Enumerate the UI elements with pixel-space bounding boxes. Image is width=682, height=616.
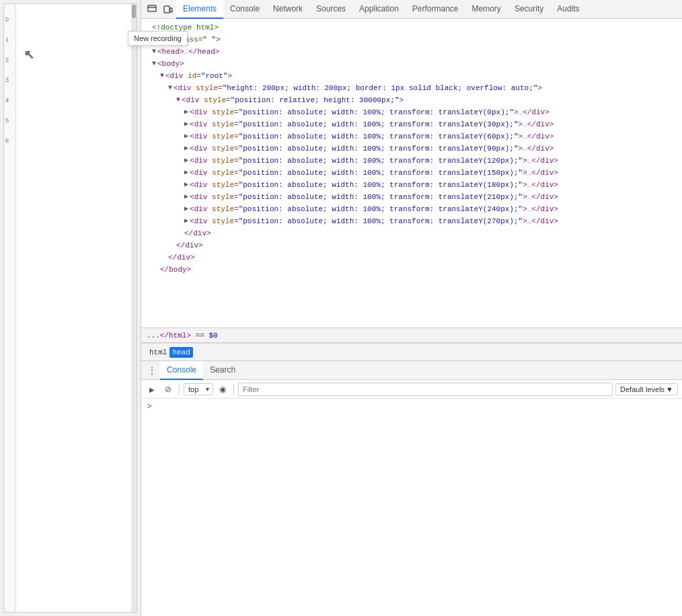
tree-node-content: <div style="position: absolute; width: 1… [190, 155, 558, 167]
tab-audits[interactable]: Audits [550, 0, 586, 19]
console-eye-button[interactable] [216, 383, 229, 396]
context-select-wrap: top ▼ [184, 383, 213, 395]
tree-line[interactable]: <div style="position: absolute; width: 1… [141, 155, 682, 167]
tree-node-content: <div style="position: absolute; width: 1… [190, 179, 558, 191]
tree-line[interactable]: <div style="position: absolute; width: 1… [141, 215, 682, 227]
tree-line[interactable]: <div style="position: absolute; width: 1… [141, 130, 682, 143]
tree-line[interactable]: <div style="position: absolute; width: 1… [141, 118, 682, 130]
tree-line[interactable]: <div id="root"> [141, 70, 682, 82]
tree-line[interactable]: <div style="position: absolute; width: 1… [141, 167, 682, 179]
console-clear-button[interactable] [161, 383, 175, 396]
tree-arrow-icon[interactable] [184, 215, 188, 227]
breadcrumb-html[interactable]: html [147, 347, 169, 358]
browser-viewport: 0 1 2 3 4 5 6 New recording ↖ [0, 0, 141, 616]
bottom-tab-console[interactable]: Console [160, 361, 203, 380]
tree-arrow-icon[interactable] [184, 130, 188, 143]
tree-node-content: <div style="position: absolute; width: 1… [190, 130, 554, 143]
breadcrumb: html head [141, 343, 682, 360]
tree-arrow-icon[interactable] [184, 118, 188, 130]
ruler-mark-4: 4 [4, 85, 15, 105]
tree-line[interactable]: </div> [141, 227, 682, 239]
tree-line[interactable]: <body> [141, 58, 682, 70]
tree-arrow-icon[interactable] [152, 46, 156, 58]
tree-arrow-icon[interactable] [152, 58, 156, 70]
tree-line[interactable]: <div style="height: 200px; width: 200px;… [141, 82, 682, 94]
toolbar-divider-2 [233, 384, 234, 395]
context-select[interactable]: top [184, 383, 213, 395]
new-recording-tooltip: New recording [128, 31, 188, 46]
inspect-element-button[interactable] [144, 1, 160, 17]
tab-elements[interactable]: Elements [176, 0, 223, 19]
tree-line[interactable]: <div style="position: absolute; width: 1… [141, 179, 682, 191]
tree-line[interactable]: <head>…</head> [141, 46, 682, 58]
tree-arrow-icon[interactable] [184, 203, 188, 215]
tree-arrow-icon[interactable] [184, 167, 188, 179]
tree-node-content: <div id="root"> [165, 70, 232, 82]
ruler-mark-3: 3 [4, 65, 15, 85]
tree-line[interactable]: <html class=" "> [141, 34, 682, 46]
tree-line[interactable]: <!doctype html> [141, 22, 682, 34]
eye-icon [219, 385, 226, 394]
tree-arrow-icon[interactable] [176, 94, 180, 106]
device-toolbar-button[interactable] [160, 1, 176, 17]
tab-memory[interactable]: Memory [465, 0, 508, 19]
tab-application[interactable]: Application [352, 0, 406, 19]
tree-node-content: <div style="height: 200px; width: 200px;… [174, 82, 542, 94]
tree-arrow-icon[interactable] [160, 252, 167, 264]
bottom-tab-more-icon[interactable]: ⋮ [144, 362, 160, 379]
tree-arrow-icon[interactable] [168, 82, 172, 94]
tree-arrow-icon[interactable] [184, 106, 188, 118]
levels-label: Default levels [620, 385, 665, 393]
devtools-tab-bar: Elements Console Network Sources Applica… [141, 0, 682, 19]
tree-node-content: <head>…</head> [157, 46, 219, 58]
tree-line[interactable]: <div style="position: absolute; width: 1… [141, 106, 682, 118]
tree-line[interactable]: <div style="position: absolute; width: 1… [141, 203, 682, 215]
console-prompt[interactable]: > [147, 401, 152, 412]
tree-node-content: <div style="position: absolute; width: 1… [190, 191, 558, 203]
tree-line[interactable]: <div style="position: relative; height: … [141, 94, 682, 106]
html-tree[interactable]: <!doctype html><html class=" "><head>…</… [141, 19, 682, 328]
tree-arrow-icon[interactable] [184, 155, 188, 167]
tree-node-content: <div style="position: absolute; width: 1… [190, 215, 558, 227]
tab-sources[interactable]: Sources [309, 0, 352, 19]
viewport-content: 0 1 2 3 4 5 6 [3, 3, 137, 613]
tree-line[interactable]: </div> [141, 252, 682, 264]
status-close-html: </html> [160, 332, 191, 340]
tree-node-content: <div style="position: absolute; width: 1… [190, 118, 554, 130]
elements-panel: <!doctype html><html class=" "><head>…</… [141, 19, 682, 343]
console-toolbar: top ▼ Default levels ▼ [141, 380, 682, 399]
tree-arrow-icon[interactable] [152, 264, 159, 276]
tree-node-content: <div style="position: relative; height: … [182, 94, 404, 106]
tree-line[interactable]: </body> [141, 264, 682, 276]
ruler-mark-6: 6 [4, 125, 15, 145]
scrollbar-thumb[interactable] [132, 5, 136, 18]
tree-arrow-icon[interactable] [184, 179, 188, 191]
tab-console[interactable]: Console [223, 0, 266, 19]
tree-arrow-icon[interactable] [184, 143, 188, 155]
tree-node-content: <div style="position: absolute; width: 1… [190, 106, 550, 118]
default-levels-button[interactable]: Default levels ▼ [615, 383, 678, 395]
tree-node-content: <body> [157, 58, 184, 70]
block-icon [165, 385, 172, 394]
console-run-button[interactable] [145, 383, 159, 396]
tree-line[interactable]: <div style="position: absolute; width: 1… [141, 143, 682, 155]
tree-arrow-icon[interactable] [176, 227, 183, 239]
devtools-panel: Elements Console Network Sources Applica… [141, 0, 682, 616]
ruler-mark-1: 1 [4, 24, 15, 44]
tree-line[interactable]: </div> [141, 239, 682, 252]
console-filter-input[interactable] [238, 383, 613, 396]
tree-line[interactable]: <div style="position: absolute; width: 1… [141, 191, 682, 203]
tree-arrow-icon[interactable] [160, 70, 164, 82]
tree-arrow-icon[interactable] [184, 191, 188, 203]
tab-security[interactable]: Security [508, 0, 550, 19]
tree-node-content: </div> [176, 239, 203, 252]
tab-network[interactable]: Network [266, 0, 309, 19]
tree-node-content: <div style="position: absolute; width: 1… [190, 167, 558, 179]
bottom-tab-search[interactable]: Search [203, 361, 242, 380]
breadcrumb-head[interactable]: head [169, 347, 192, 358]
scrollbar-right[interactable] [131, 4, 137, 612]
bottom-tab-bar: ⋮ Console Search [141, 361, 682, 380]
tree-arrow-icon[interactable] [168, 239, 175, 252]
tree-node-content: <div style="position: absolute; width: 1… [190, 143, 554, 155]
tab-performance[interactable]: Performance [406, 0, 465, 19]
